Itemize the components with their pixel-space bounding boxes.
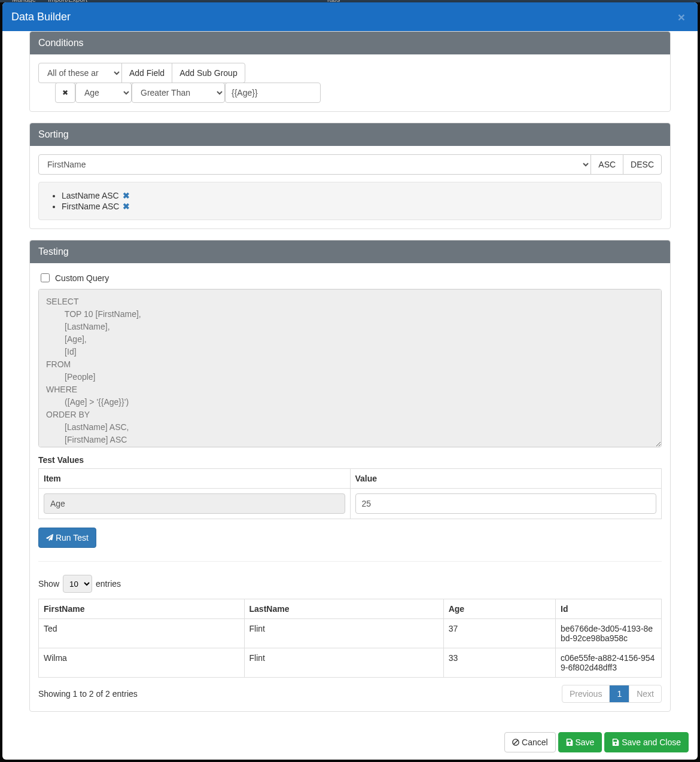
save-icon <box>566 739 573 746</box>
cell: Wilma <box>39 648 245 678</box>
results-table: FirstName LastName Age Id Ted Flint 37 <box>38 599 662 678</box>
condition-operator-select[interactable]: Greater Than <box>132 83 225 103</box>
cancel-button[interactable]: Cancel <box>504 732 555 752</box>
show-label: Show <box>38 579 59 589</box>
custom-query-checkbox[interactable] <box>41 273 50 282</box>
cell: 33 <box>443 648 555 678</box>
col-age[interactable]: Age <box>443 599 555 619</box>
cell: Ted <box>39 619 245 648</box>
condition-field-select[interactable]: Age <box>75 83 132 103</box>
test-values-table: Item Value <box>38 468 662 519</box>
col-id[interactable]: Id <box>556 599 662 619</box>
run-test-button[interactable]: Run Test <box>38 528 96 548</box>
test-value-row <box>39 489 662 519</box>
cell: be6766de-3d05-4193-8ebd-92ce98ba958c <box>556 619 662 648</box>
add-field-button[interactable]: Add Field <box>121 63 172 83</box>
page-size-select[interactable]: 10 <box>63 575 92 593</box>
close-button[interactable]: × <box>674 10 689 24</box>
page-previous[interactable]: Previous <box>562 685 609 702</box>
data-builder-modal: Data Builder × Conditions All of these a… <box>2 2 698 760</box>
page-1[interactable]: 1 <box>609 685 629 702</box>
pagination: Previous 1 Next <box>562 685 662 703</box>
modal-header: Data Builder × <box>2 2 698 31</box>
modal-title: Data Builder <box>11 11 71 23</box>
condition-value-input[interactable] <box>225 83 321 103</box>
sort-field-select[interactable]: FirstName <box>38 154 591 175</box>
table-row: Ted Flint 37 be6766de-3d05-4193-8ebd-92c… <box>39 619 662 648</box>
col-lastname[interactable]: LastName <box>244 599 443 619</box>
sorting-header: Sorting <box>30 123 670 146</box>
custom-query-checkbox-label[interactable]: Custom Query <box>38 272 662 284</box>
remove-condition-button[interactable]: ✖ <box>55 83 75 103</box>
tv-header-value: Value <box>350 469 662 489</box>
testing-header: Testing <box>30 240 670 263</box>
save-close-label: Save and Close <box>622 737 681 747</box>
sort-item-label: LastName ASC <box>62 191 119 200</box>
sort-asc-button[interactable]: ASC <box>591 154 623 175</box>
cell: 37 <box>443 619 555 648</box>
testing-panel: Testing Custom Query SELECT TOP 10 [Firs… <box>29 240 671 712</box>
cancel-label: Cancel <box>522 737 548 747</box>
modal-body[interactable]: Conditions All of these are true Add Fie… <box>2 31 698 725</box>
sort-items-well: LastName ASC ✖ FirstName ASC ✖ <box>38 182 662 220</box>
modal-footer: Cancel Save Save and Close <box>2 725 698 760</box>
sort-desc-button[interactable]: DESC <box>623 154 662 175</box>
save-button[interactable]: Save <box>558 732 602 752</box>
conditions-header: Conditions <box>30 32 670 54</box>
datatable-length: Show 10 entries <box>38 575 662 593</box>
cell: Flint <box>244 619 443 648</box>
conditions-panel: Conditions All of these are true Add Fie… <box>29 31 671 112</box>
entries-label: entries <box>96 579 121 589</box>
col-firstname[interactable]: FirstName <box>39 599 245 619</box>
test-values-label: Test Values <box>38 455 662 465</box>
sorting-panel: Sorting FirstName ASC DESC LastName ASC <box>29 123 671 229</box>
tv-value-input[interactable] <box>355 493 657 514</box>
run-test-label: Run Test <box>56 533 89 542</box>
ban-icon <box>512 739 519 746</box>
sql-preview: SELECT TOP 10 [FirstName], [LastName], [… <box>38 289 662 447</box>
add-sub-group-button[interactable]: Add Sub Group <box>172 63 245 83</box>
sort-item: FirstName ASC ✖ <box>62 202 652 211</box>
datatable-info: Showing 1 to 2 of 2 entries <box>38 689 138 699</box>
cell: Flint <box>244 648 443 678</box>
page-next[interactable]: Next <box>629 685 661 702</box>
sort-item: LastName ASC ✖ <box>62 191 652 200</box>
remove-sort-icon[interactable]: ✖ <box>123 191 130 200</box>
tv-header-item: Item <box>39 469 351 489</box>
save-icon <box>612 739 619 746</box>
logic-select[interactable]: All of these are true <box>38 63 122 83</box>
cell: c06e55fe-a882-4156-9549-6f802d48dff3 <box>556 648 662 678</box>
close-icon: ✖ <box>62 88 68 98</box>
remove-sort-icon[interactable]: ✖ <box>123 202 130 211</box>
save-and-close-button[interactable]: Save and Close <box>604 732 689 752</box>
table-row: Wilma Flint 33 c06e55fe-a882-4156-9549-6… <box>39 648 662 678</box>
save-label: Save <box>575 737 594 747</box>
tv-item-input <box>44 493 345 514</box>
sort-item-label: FirstName ASC <box>62 202 119 211</box>
custom-query-label-text: Custom Query <box>55 273 109 283</box>
divider <box>38 561 662 562</box>
paper-plane-icon <box>46 534 53 541</box>
